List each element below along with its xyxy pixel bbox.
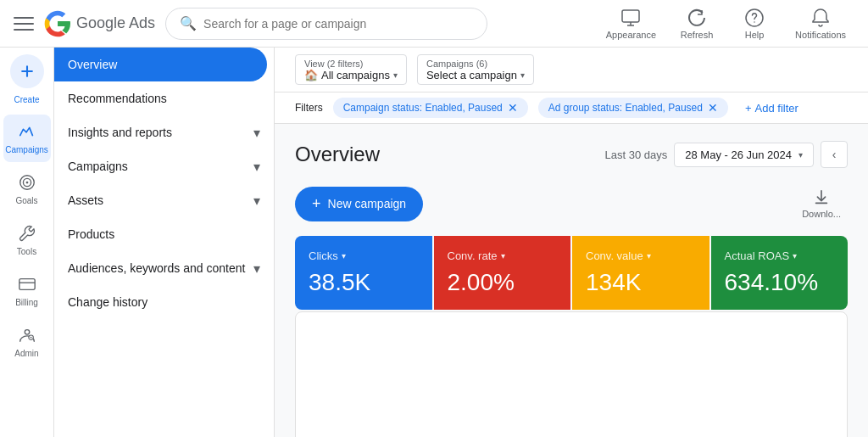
metric-conv-value[interactable]: Conv. value ▾ 134K	[572, 236, 709, 310]
appearance-label: Appearance	[606, 30, 656, 40]
metric-roas-value: 634.10%	[725, 269, 835, 296]
notifications-icon	[810, 8, 831, 28]
sidebar-item-admin[interactable]: Admin	[3, 318, 51, 366]
campaigns-sidebar-label: Campaigns	[5, 145, 48, 155]
goals-icon	[17, 172, 37, 193]
notifications-label: Notifications	[795, 30, 846, 40]
svg-point-2	[754, 21, 755, 23]
appearance-button[interactable]: Appearance	[598, 4, 665, 43]
metric-conv-value-value: 134K	[586, 269, 696, 296]
refresh-icon	[687, 8, 707, 28]
plus-icon: +	[312, 195, 321, 213]
metric-conv-value-name: Conv. value	[586, 249, 643, 262]
metric-roas[interactable]: Actual ROAS ▾ 634.10%	[711, 236, 849, 310]
campaigns-filter-dropdown[interactable]: Campaigns (6) Select a campaign ▾	[417, 54, 534, 85]
metric-clicks-name: Clicks	[309, 249, 338, 262]
chart-area	[295, 311, 848, 437]
chip-close-icon: ✕	[508, 101, 518, 115]
sidebar-item-goals[interactable]: Goals	[3, 165, 51, 213]
svg-point-5	[25, 182, 28, 184]
chevron-left-icon: ‹	[832, 148, 837, 161]
campaigns-dropdown-arrow: ▾	[520, 70, 525, 80]
nav-item-products[interactable]: Products	[54, 217, 274, 251]
nav-item-audiences[interactable]: Audiences, keywords and content ▾	[54, 251, 274, 285]
view-filter-label: View (2 filters)	[304, 59, 398, 69]
metric-clicks[interactable]: Clicks ▾ 38.5K	[295, 236, 432, 310]
main-layout: Create Campaigns Goals Tools	[0, 48, 868, 437]
metric-conv-rate-header: Conv. rate ▾	[448, 249, 558, 262]
nav-item-insights[interactable]: Insights and reports ▾	[54, 115, 274, 149]
metric-clicks-value: 38.5K	[309, 269, 419, 296]
help-icon	[744, 8, 765, 28]
create-button[interactable]	[10, 54, 44, 88]
svg-rect-6	[19, 279, 34, 290]
filter-bar: View (2 filters) 🏠 All campaigns ▾ Campa…	[275, 48, 868, 92]
metric-roas-name: Actual ROAS	[725, 249, 790, 262]
help-label: Help	[745, 30, 765, 40]
create-label: Create	[14, 95, 39, 104]
new-campaign-button[interactable]: + New campaign	[295, 187, 423, 221]
adgroup-status-chip-label: Ad group status: Enabled, Paused	[548, 102, 703, 114]
nav-label-change-history: Change history	[68, 295, 260, 309]
date-nav-prev-button[interactable]: ‹	[821, 141, 848, 168]
nav-item-overview[interactable]: Overview	[54, 48, 267, 81]
metric-roas-arrow-icon: ▾	[793, 251, 797, 261]
secondary-filter-bar: Filters Campaign status: Enabled, Paused…	[275, 92, 868, 124]
nav-label-audiences: Audiences, keywords and content	[68, 261, 247, 275]
date-picker-button[interactable]: 28 May - 26 Jun 2024 ▾	[674, 143, 814, 167]
filters-label: Filters	[295, 102, 323, 114]
logo-area: Google Ads	[44, 10, 155, 37]
nav-item-recommendations[interactable]: Recommendations	[54, 81, 274, 115]
add-filter-button[interactable]: + Add filter	[738, 98, 805, 118]
sidebar-item-billing[interactable]: Billing	[3, 267, 51, 315]
nav-item-assets[interactable]: Assets ▾	[54, 183, 274, 217]
sidebar-item-tools[interactable]: Tools	[3, 216, 51, 264]
overview-title: Overview	[295, 143, 380, 166]
campaign-status-chip[interactable]: Campaign status: Enabled, Paused ✕	[333, 98, 528, 118]
campaign-status-chip-label: Campaign status: Enabled, Paused	[343, 102, 503, 114]
notifications-button[interactable]: Notifications	[787, 4, 854, 43]
app-name: Google Ads	[76, 14, 155, 32]
adgroup-chip-close-icon: ✕	[708, 101, 718, 115]
download-button[interactable]: Downlo...	[795, 185, 848, 222]
overview-header: Overview Last 30 days 28 May - 26 Jun 20…	[295, 141, 848, 168]
date-range-value: 28 May - 26 Jun 2024	[685, 148, 792, 161]
google-logo-icon	[44, 10, 71, 37]
nav-panel: Overview Recommendations Insights and re…	[54, 48, 275, 437]
sidebar: Create Campaigns Goals Tools	[0, 48, 54, 437]
campaigns-expand-icon: ▾	[253, 159, 260, 175]
campaigns-icon	[17, 121, 37, 142]
nav-label-insights: Insights and reports	[68, 126, 247, 139]
refresh-button[interactable]: Refresh	[671, 4, 722, 43]
metric-conv-rate-value: 2.00%	[448, 269, 558, 296]
new-campaign-row: + New campaign Downlo...	[295, 185, 848, 222]
view-filter-value: 🏠 All campaigns ▾	[304, 69, 398, 81]
add-filter-icon: +	[745, 102, 752, 115]
campaigns-filter-value: Select a campaign ▾	[426, 69, 525, 81]
refresh-label: Refresh	[681, 30, 714, 40]
view-dropdown-arrow: ▾	[393, 70, 398, 80]
search-bar[interactable]: 🔍	[165, 8, 487, 40]
billing-icon	[17, 274, 37, 294]
nav-item-campaigns[interactable]: Campaigns ▾	[54, 149, 274, 183]
metric-conv-rate[interactable]: Conv. rate ▾ 2.00%	[434, 236, 571, 310]
help-button[interactable]: Help	[729, 4, 780, 43]
nav-label-products: Products	[68, 227, 260, 241]
view-filter-dropdown[interactable]: View (2 filters) 🏠 All campaigns ▾	[295, 54, 407, 85]
add-filter-label: Add filter	[755, 102, 798, 115]
search-input[interactable]	[203, 17, 473, 31]
overview-section: Overview Last 30 days 28 May - 26 Jun 20…	[275, 124, 868, 437]
nav-label-campaigns: Campaigns	[68, 160, 247, 173]
admin-icon	[17, 325, 37, 345]
adgroup-status-chip[interactable]: Ad group status: Enabled, Paused ✕	[538, 98, 728, 118]
new-campaign-label: New campaign	[328, 197, 407, 210]
nav-item-change-history[interactable]: Change history	[54, 285, 274, 319]
admin-sidebar-label: Admin	[14, 349, 38, 359]
hamburger-menu[interactable]	[14, 14, 34, 34]
metric-conv-value-arrow-icon: ▾	[647, 251, 651, 261]
billing-sidebar-label: Billing	[15, 298, 38, 308]
sidebar-item-campaigns[interactable]: Campaigns	[3, 115, 51, 162]
metric-conv-value-header: Conv. value ▾	[586, 249, 696, 262]
content-area: View (2 filters) 🏠 All campaigns ▾ Campa…	[275, 48, 868, 437]
metric-clicks-arrow-icon: ▾	[342, 251, 346, 261]
